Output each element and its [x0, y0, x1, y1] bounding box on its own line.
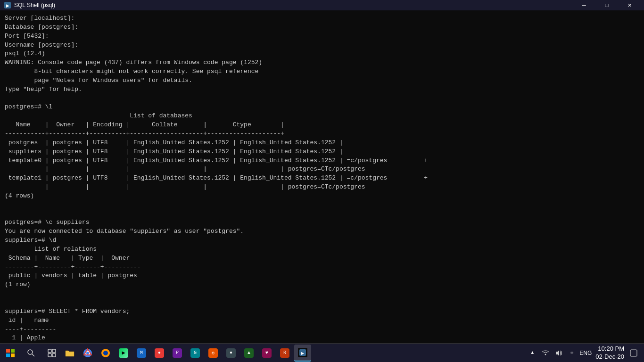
title-bar-controls: ─ □ ✕ [573, 0, 640, 10]
taskbar: ▶ M ● P G ⊕ ♦ ▲ ♥ R [0, 343, 644, 362]
svg-line-7 [32, 354, 34, 356]
taskbar-left: ▶ M ● P G ⊕ ♦ ▲ ♥ R [0, 344, 313, 362]
system-tray: ▲ ⌨ ENG [527, 347, 592, 359]
title-bar-left: ▶ SQL Shell (psql) [4, 1, 55, 9]
svg-rect-10 [48, 354, 51, 357]
svg-text:▶: ▶ [301, 351, 305, 355]
tray-arrow[interactable]: ▲ [527, 347, 538, 359]
tray-keyboard[interactable]: ⌨ [566, 347, 578, 359]
app-icon-3[interactable]: ● [151, 345, 168, 362]
minimize-button[interactable]: ─ [573, 0, 595, 10]
app-icon-1[interactable]: ▶ [115, 345, 132, 362]
svg-point-6 [28, 350, 33, 354]
file-explorer-button[interactable] [61, 345, 78, 362]
svg-point-19 [545, 354, 546, 355]
chrome-button[interactable] [79, 345, 96, 362]
svg-rect-11 [52, 354, 56, 357]
app-icon-8[interactable]: ▲ [240, 345, 257, 362]
task-view-button[interactable] [43, 345, 60, 362]
title-bar: ▶ SQL Shell (psql) ─ □ ✕ [0, 0, 644, 10]
svg-point-16 [103, 351, 108, 355]
start-button[interactable] [2, 345, 19, 362]
maximize-button[interactable]: □ [596, 0, 618, 10]
taskbar-date[interactable]: 02-Dec-20 [595, 353, 624, 361]
psql-icon: ▶ [4, 1, 11, 9]
svg-rect-2 [6, 349, 10, 353]
svg-rect-21 [630, 350, 637, 356]
language-indicator[interactable]: ENG [579, 350, 592, 356]
svg-marker-20 [556, 350, 559, 356]
search-button[interactable] [20, 345, 42, 362]
tray-network[interactable] [540, 347, 551, 359]
app-icon-7[interactable]: ♦ [223, 345, 239, 362]
taskbar-time[interactable]: 10:20 PM [598, 345, 624, 353]
svg-rect-5 [11, 354, 15, 357]
app-icon-6[interactable]: ⊕ [205, 345, 222, 362]
svg-rect-4 [6, 354, 10, 357]
taskbar-right: ▲ ⌨ ENG 10:20 PM [527, 345, 644, 361]
psql-taskbar-button[interactable]: ▶ [294, 345, 311, 362]
svg-rect-9 [52, 349, 56, 353]
tray-volume[interactable] [553, 347, 564, 359]
svg-text:▶: ▶ [6, 3, 9, 8]
app-icon-5[interactable]: G [187, 345, 204, 362]
app-icon-2[interactable]: M [133, 345, 150, 362]
svg-point-14 [86, 352, 89, 354]
svg-rect-3 [11, 349, 15, 353]
close-button[interactable]: ✕ [619, 0, 640, 10]
firefox-button[interactable] [97, 345, 114, 362]
notification-button[interactable] [628, 347, 639, 359]
window-title: SQL Shell (psql) [14, 2, 55, 8]
svg-rect-8 [48, 349, 51, 353]
app-icon-9[interactable]: ♥ [258, 345, 275, 362]
app-icon-4[interactable]: P [169, 345, 186, 362]
app-icon-10[interactable]: R [276, 345, 293, 362]
terminal-output[interactable]: Server [localhost]: Database [postgres]:… [0, 10, 644, 343]
